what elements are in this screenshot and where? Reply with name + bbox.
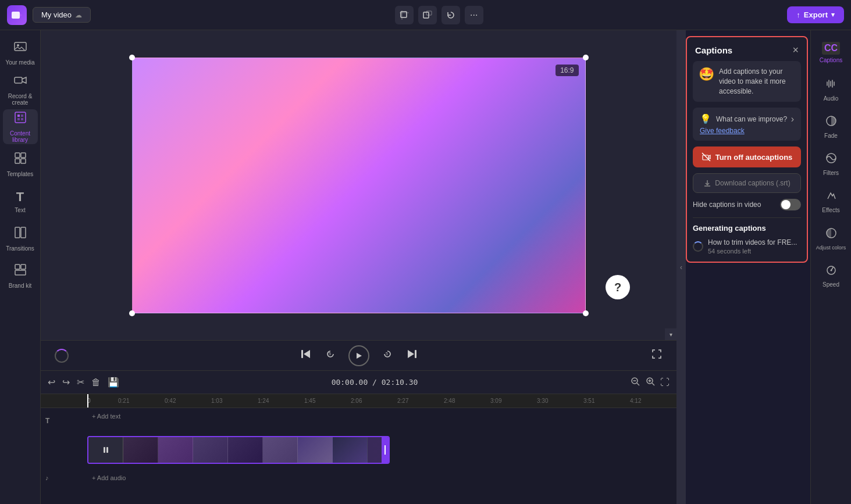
topbar-center: ··· <box>97 6 781 24</box>
clip-frame-4 <box>228 437 263 463</box>
export-label: Export <box>804 10 828 19</box>
timeline-time: 00:00.00 / 02:10.30 <box>126 378 623 387</box>
playhead[interactable] <box>87 394 88 408</box>
video-title-tab[interactable]: My video ☁ <box>33 7 91 23</box>
delete-button[interactable]: 🗑 <box>91 377 101 388</box>
help-button[interactable]: ? <box>606 275 630 299</box>
speed-label: Speed <box>822 281 839 288</box>
svg-rect-17 <box>15 159 20 163</box>
sidebar-item-transitions[interactable]: Transitions <box>3 221 38 256</box>
svg-marker-1 <box>20 13 22 17</box>
sidebar-item-templates[interactable]: Templates <box>3 146 38 181</box>
clip-end-handle[interactable] <box>382 437 389 463</box>
ruler-mark-6: 2:06 <box>351 398 397 404</box>
sidebar-item-fade[interactable]: Fade <box>814 109 849 144</box>
sidebar-item-text[interactable]: T Text <box>3 184 38 219</box>
text-track-content[interactable]: + Add text <box>92 413 672 429</box>
captions-divider <box>693 217 801 218</box>
captions-panel: Captions × 🤩 Add captions to your video … <box>686 36 808 263</box>
sidebar-item-content-library[interactable]: Content library <box>3 109 38 144</box>
video-title: My video <box>41 10 72 19</box>
record-icon <box>13 73 27 91</box>
playback-bar: 5 5 <box>41 340 676 370</box>
corner-handle-tl[interactable] <box>129 55 135 60</box>
corner-handle-br[interactable] <box>583 310 589 316</box>
expand-button[interactable] <box>651 348 663 363</box>
ruler-mark-5: 1:45 <box>304 398 351 404</box>
sidebar-item-brand[interactable]: Brand kit <box>3 258 38 293</box>
turn-off-autocaptions-button[interactable]: Turn off autocaptions <box>693 146 801 167</box>
export-icon: ↑ <box>796 10 800 19</box>
sidebar-item-adjust[interactable]: Adjust colors <box>814 221 849 256</box>
skip-forward-button[interactable] <box>405 348 418 363</box>
hide-captions-row: Hide captions in video <box>693 199 801 210</box>
sidebar-item-effects[interactable]: Effects <box>814 184 849 219</box>
feedback-link[interactable]: Give feedback <box>700 127 794 135</box>
add-audio-button[interactable]: + Add audio <box>92 474 126 481</box>
hide-captions-label: Hide captions in video <box>693 201 761 209</box>
turn-off-label: Turn off autocaptions <box>715 153 793 162</box>
svg-rect-35 <box>104 447 105 453</box>
canvas-container[interactable]: 16:9 <box>132 58 586 313</box>
sidebar-item-your-media[interactable]: Your media <box>3 35 38 70</box>
generating-title: Generating captions <box>693 224 801 233</box>
clip-frames <box>123 437 382 463</box>
ruler-mark-9: 3:09 <box>490 398 537 404</box>
save-clip-button[interactable]: 💾 <box>108 377 119 388</box>
generating-item: How to trim videos for FRE... 54 seconds… <box>693 238 801 255</box>
ruler-mark-3: 1:03 <box>211 398 258 404</box>
panel-collapse-arrow[interactable]: ▾ <box>665 328 676 340</box>
audio-track-row: ♪ + Add audio <box>41 469 676 487</box>
redo-button[interactable]: ↪ <box>62 377 70 388</box>
app-logo <box>7 5 27 25</box>
sidebar-item-filters[interactable]: Filters <box>814 146 849 181</box>
sidebar-item-record[interactable]: Record & create <box>3 72 38 107</box>
adjust-icon <box>825 227 838 242</box>
ruler-mark-4: 1:24 <box>258 398 304 404</box>
audio-label: Audio <box>824 95 839 102</box>
feedback-label: What can we improve? <box>716 115 787 123</box>
play-button[interactable] <box>348 345 369 366</box>
zoom-in-button[interactable] <box>645 376 656 389</box>
effects-label: Effects <box>822 207 839 213</box>
download-captions-button[interactable]: Download captions (.srt) <box>693 173 801 193</box>
svg-rect-19 <box>15 227 20 238</box>
export-button[interactable]: ↑ Export ▾ <box>787 6 844 23</box>
ruler-mark-2: 0:42 <box>165 398 211 404</box>
corner-handle-bl[interactable] <box>129 310 135 316</box>
clip-frame-6 <box>298 437 333 463</box>
captions-label: Captions <box>820 57 842 63</box>
hide-captions-toggle[interactable] <box>780 199 801 210</box>
sidebar-item-captions[interactable]: CC Captions <box>814 35 849 70</box>
feedback-row[interactable]: 💡 What can we improve? › <box>700 113 794 124</box>
brand-icon <box>13 263 27 280</box>
download-captions-label: Download captions (.srt) <box>715 179 790 187</box>
sidebar-item-audio[interactable]: Audio <box>814 72 849 107</box>
forward-button[interactable]: 5 <box>381 348 394 363</box>
svg-rect-36 <box>106 447 108 453</box>
svg-rect-14 <box>21 118 23 120</box>
templates-icon <box>13 151 27 169</box>
text-track-row: T + Add text <box>41 410 676 431</box>
resize-button[interactable] <box>418 6 437 24</box>
rotate-button[interactable] <box>441 6 460 24</box>
corner-handle-tr[interactable] <box>583 55 589 60</box>
timeline-zoom-controls: ⛶ <box>630 376 670 389</box>
sidebar-item-speed[interactable]: Speed <box>814 258 849 293</box>
audio-track-content[interactable]: + Add audio <box>92 474 672 481</box>
video-clip[interactable] <box>87 436 390 464</box>
add-text-button[interactable]: + Add text <box>92 413 120 420</box>
total-time: 02:10.30 <box>382 378 418 387</box>
captions-close-button[interactable]: × <box>792 44 799 56</box>
cut-button[interactable]: ✂ <box>77 377 84 388</box>
sidebar-label-your-media: Your media <box>5 59 34 66</box>
skip-back-button[interactable] <box>300 348 312 363</box>
crop-button[interactable] <box>395 6 414 24</box>
undo-button[interactable]: ↩ <box>48 377 55 388</box>
fullscreen-button[interactable]: ⛶ <box>660 376 670 389</box>
add-text-label: + Add text <box>92 413 120 420</box>
more-button[interactable]: ··· <box>465 6 483 24</box>
collapse-right-arrow[interactable]: ‹ <box>676 30 686 504</box>
rewind-button[interactable]: 5 <box>324 348 337 363</box>
zoom-out-button[interactable] <box>630 376 640 389</box>
